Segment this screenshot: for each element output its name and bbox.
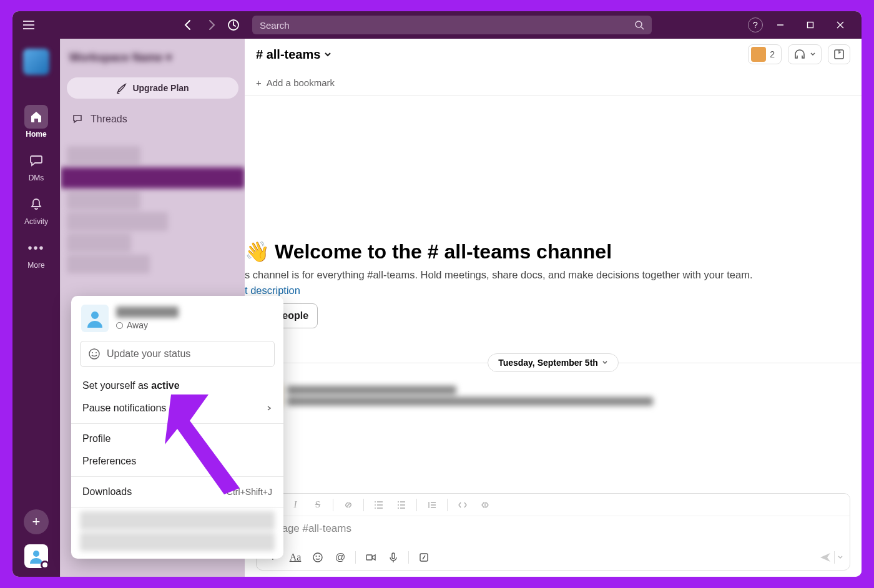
user-menu-popover: Away Update your status Set yourself as … bbox=[71, 296, 283, 559]
rail-label: More bbox=[27, 261, 44, 270]
message-composer[interactable]: B I S bbox=[256, 493, 850, 571]
headphones-icon bbox=[793, 48, 806, 61]
user-avatar-button[interactable] bbox=[24, 544, 48, 568]
nav-forward-button[interactable] bbox=[201, 15, 221, 35]
history-icon[interactable] bbox=[223, 15, 243, 35]
user-menu-workspace-row[interactable] bbox=[80, 511, 275, 530]
presence-indicator bbox=[41, 561, 49, 569]
send-button[interactable] bbox=[819, 551, 843, 564]
channel-header: # all-teams 2 bbox=[245, 39, 862, 70]
rocket-icon bbox=[116, 82, 127, 94]
more-icon: ••• bbox=[24, 236, 48, 260]
svg-point-7 bbox=[398, 507, 399, 509]
presence-label: Away bbox=[127, 320, 148, 330]
search-icon bbox=[634, 20, 644, 30]
titlebar: Search ? bbox=[12, 11, 862, 39]
emoji-button[interactable] bbox=[308, 549, 328, 566]
channel-name-label: # all-teams bbox=[256, 47, 320, 62]
workspace-switcher[interactable] bbox=[23, 49, 49, 75]
link-button[interactable] bbox=[338, 496, 358, 514]
home-icon bbox=[24, 105, 48, 129]
svg-point-17 bbox=[96, 352, 97, 353]
threads-label: Threads bbox=[91, 114, 127, 125]
italic-button[interactable]: I bbox=[285, 496, 305, 514]
window-minimize-button[interactable] bbox=[768, 14, 793, 36]
upgrade-label: Upgrade Plan bbox=[132, 83, 189, 93]
pause-notifications-row[interactable]: Pause notifications bbox=[71, 397, 283, 419]
rail-item-home[interactable]: Home bbox=[17, 105, 55, 139]
member-avatar bbox=[751, 47, 766, 62]
rail-label: DMs bbox=[29, 174, 44, 182]
set-active-row[interactable]: Set yourself as active bbox=[71, 375, 283, 397]
profile-label: Profile bbox=[82, 433, 110, 444]
profile-row[interactable]: Profile bbox=[71, 428, 283, 450]
nav-rail: Home DMs Activity ••• More + bbox=[12, 39, 60, 577]
ordered-list-button[interactable] bbox=[369, 496, 389, 514]
svg-point-1 bbox=[636, 21, 642, 27]
svg-point-9 bbox=[316, 556, 317, 557]
sidebar-item-threads[interactable]: Threads bbox=[61, 107, 245, 131]
downloads-shortcut: Ctrl+Shift+J bbox=[227, 487, 272, 497]
bookmark-bar[interactable]: + Add a bookmark bbox=[245, 70, 862, 96]
video-button[interactable] bbox=[361, 549, 381, 566]
formatting-toggle[interactable]: Aa bbox=[285, 549, 305, 566]
huddle-button[interactable] bbox=[788, 44, 822, 64]
user-menu-avatar bbox=[81, 305, 109, 332]
audio-button[interactable] bbox=[383, 549, 403, 566]
rail-item-activity[interactable]: Activity bbox=[17, 192, 55, 226]
date-pill[interactable]: Tuesday, September 5th bbox=[488, 353, 619, 372]
status-input[interactable]: Update your status bbox=[80, 341, 275, 367]
codeblock-button[interactable] bbox=[475, 496, 495, 514]
nav-back-button[interactable] bbox=[179, 15, 199, 35]
downloads-row[interactable]: Downloads Ctrl+Shift+J bbox=[71, 481, 283, 503]
edit-description-link[interactable]: t description bbox=[245, 285, 300, 296]
welcome-body: s channel is for everything #all-teams. … bbox=[245, 269, 753, 280]
downloads-label: Downloads bbox=[82, 486, 132, 497]
channel-name-button[interactable]: # all-teams bbox=[256, 47, 331, 62]
window-maximize-button[interactable] bbox=[798, 14, 823, 36]
canvas-button[interactable] bbox=[828, 44, 850, 64]
svg-point-14 bbox=[91, 311, 99, 319]
svg-point-3 bbox=[33, 551, 39, 557]
window-close-button[interactable] bbox=[828, 14, 853, 36]
rail-label: Home bbox=[26, 130, 46, 139]
preferences-row[interactable]: Preferences bbox=[71, 450, 283, 473]
help-icon[interactable]: ? bbox=[748, 17, 763, 32]
composer-actions: + Aa @ bbox=[257, 545, 850, 570]
rail-item-more[interactable]: ••• More bbox=[17, 236, 55, 270]
hamburger-menu-icon[interactable] bbox=[16, 12, 41, 37]
user-menu-signout-row[interactable] bbox=[80, 532, 275, 551]
pause-notifications-label: Pause notifications bbox=[82, 403, 166, 414]
message-row bbox=[245, 381, 862, 418]
svg-point-15 bbox=[89, 349, 99, 359]
date-label: Tuesday, September 5th bbox=[498, 358, 598, 368]
svg-rect-12 bbox=[392, 553, 395, 559]
rail-item-dms[interactable]: DMs bbox=[17, 149, 55, 182]
search-input[interactable]: Search bbox=[252, 16, 652, 34]
chevron-down-icon bbox=[602, 360, 608, 366]
strike-button[interactable]: S bbox=[308, 496, 328, 514]
chevron-down-icon bbox=[810, 51, 816, 57]
code-button[interactable] bbox=[453, 496, 473, 514]
blockquote-button[interactable] bbox=[422, 496, 442, 514]
smile-icon bbox=[88, 348, 101, 360]
bullet-list-button[interactable] bbox=[391, 496, 411, 514]
member-count-button[interactable]: 2 bbox=[748, 44, 782, 64]
canvas-icon bbox=[833, 49, 845, 60]
svg-point-16 bbox=[92, 352, 93, 353]
chevron-right-icon bbox=[266, 405, 272, 411]
create-new-button[interactable]: + bbox=[24, 509, 49, 534]
rail-label: Activity bbox=[24, 217, 48, 226]
mention-button[interactable]: @ bbox=[330, 549, 350, 566]
welcome-block: 👋Welcome to the # all-teams channel s ch… bbox=[245, 96, 862, 328]
plus-icon: + bbox=[256, 77, 262, 88]
chevron-down-icon bbox=[324, 51, 331, 58]
composer-input[interactable]: essage #all-teams bbox=[257, 516, 850, 545]
upgrade-plan-button[interactable]: Upgrade Plan bbox=[67, 77, 238, 99]
presence-away-icon bbox=[116, 322, 123, 329]
workspace-header[interactable]: Workspace Name ▾ bbox=[61, 39, 245, 76]
shortcuts-button[interactable] bbox=[414, 549, 434, 566]
bell-icon bbox=[24, 192, 48, 216]
set-active-prefix: Set yourself as bbox=[82, 380, 151, 391]
user-menu-presence: Away bbox=[116, 320, 179, 330]
